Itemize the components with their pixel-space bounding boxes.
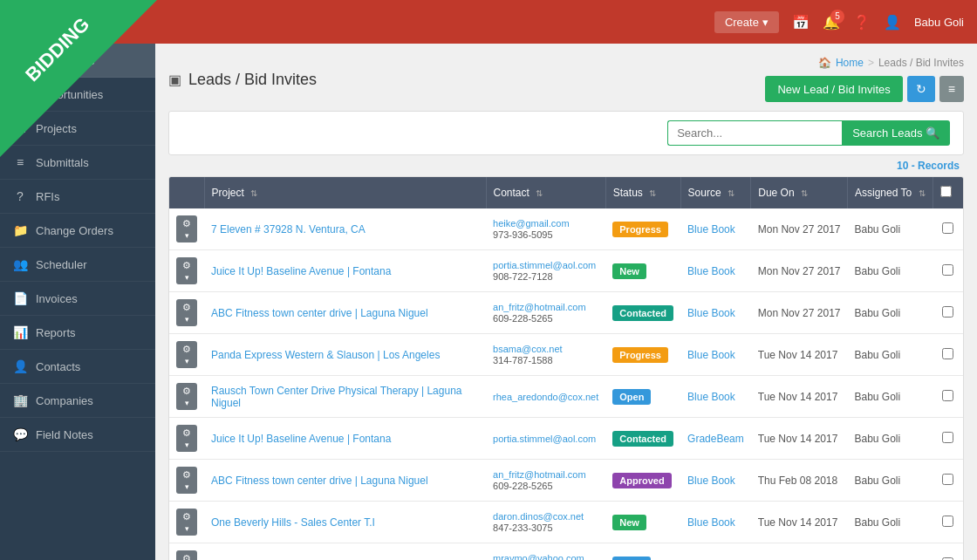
row-due-on-cell: Mon Nov 27 2017 <box>751 250 848 292</box>
contact-email-link[interactable]: mraymo@yahoo.com <box>493 553 598 561</box>
contact-email-link[interactable]: rhea_aredondo@cox.net <box>493 392 598 402</box>
sidebar-item-opportunities[interactable]: ◆ Opportunities <box>0 78 155 112</box>
sidebar-label-scheduler: Scheduler <box>36 258 87 271</box>
source-link[interactable]: Blue Book <box>687 391 735 403</box>
create-chevron-icon: ▾ <box>762 16 769 29</box>
row-project-cell: ABC Fitness town center drive | Laguna N… <box>204 460 486 502</box>
sidebar-item-companies[interactable]: 🏢 Companies <box>0 384 155 418</box>
contact-email-link[interactable]: an_fritz@hotmail.com <box>493 302 598 312</box>
col-contact[interactable]: Contact ⇅ <box>486 177 605 208</box>
row-status-cell: Approved <box>605 460 680 502</box>
sidebar-label-contacts: Contacts <box>36 360 80 373</box>
contact-email-link[interactable]: bsama@cox.net <box>493 344 598 354</box>
row-checkbox[interactable] <box>942 264 953 276</box>
breadcrumb-separator: > <box>868 57 874 69</box>
create-button[interactable]: Create ▾ <box>714 11 779 33</box>
project-link[interactable]: Rausch Town Center Drive Physical Therap… <box>211 385 462 409</box>
col-source[interactable]: Source ⇅ <box>680 177 751 208</box>
refresh-button[interactable]: ↻ <box>907 76 935 102</box>
calendar-icon[interactable]: 📅 <box>792 14 810 31</box>
contact-email-link[interactable]: an_fritz@hotmail.com <box>493 469 598 480</box>
sidebar-item-submittals[interactable]: ≡ Submittals <box>0 146 155 180</box>
table-row: ⚙ ▾ Juice It Up! Baseline Avenue | Fonta… <box>169 418 963 460</box>
row-gear-button[interactable]: ⚙ ▾ <box>176 257 197 284</box>
row-gear-button[interactable]: ⚙ ▾ <box>176 299 197 326</box>
home-icon: 🏠 <box>818 57 831 69</box>
sidebar-item-contacts[interactable]: 👤 Contacts <box>0 350 155 384</box>
row-gear-button[interactable]: ⚙ ▾ <box>176 467 197 494</box>
row-gear-cell: ⚙ ▾ <box>169 376 204 418</box>
sidebar-item-field-notes[interactable]: 💬 Field Notes <box>0 418 155 452</box>
source-link[interactable]: Blue Book <box>687 475 735 487</box>
row-checkbox[interactable] <box>942 474 953 485</box>
menu-button[interactable]: ≡ <box>939 76 964 102</box>
source-link[interactable]: Blue Book <box>687 516 735 529</box>
col-due-on[interactable]: Due On ⇅ <box>751 177 848 208</box>
sidebar-item-projects[interactable]: 🏗 Projects <box>0 112 155 146</box>
row-gear-button[interactable]: ⚙ ▾ <box>176 341 197 368</box>
sidebar-item-invoices[interactable]: 📄 Invoices <box>0 282 155 316</box>
breadcrumb-home[interactable]: Home <box>836 57 864 69</box>
reports-icon: 📊 <box>13 325 27 339</box>
row-checkbox[interactable] <box>942 516 953 527</box>
contact-email-link[interactable]: portia.stimmel@aol.com <box>493 260 598 270</box>
submittals-icon: ≡ <box>13 155 27 169</box>
col-assigned-to[interactable]: Assigned To ⇅ <box>848 177 933 208</box>
row-due-on-cell: Tue Nov 14 2017 <box>751 502 848 543</box>
sidebar-label-rfis: RFIs <box>36 190 59 203</box>
breadcrumb: 🏠 Home > Leads / Bid Invites <box>818 57 964 69</box>
select-all-checkbox[interactable] <box>940 186 952 197</box>
col-project[interactable]: Project ⇅ <box>204 177 486 208</box>
row-project-cell: Circle k north peach (ground up) | fresn… <box>204 543 486 561</box>
source-link[interactable]: Blue Book <box>687 307 735 319</box>
row-checkbox[interactable] <box>942 557 953 561</box>
row-gear-button[interactable]: ⚙ ▾ <box>176 509 197 536</box>
row-checkbox[interactable] <box>942 306 953 318</box>
sidebar-item-change-orders[interactable]: 📁 Change Orders <box>0 214 155 248</box>
col-checkbox[interactable] <box>933 177 963 208</box>
row-gear-cell: ⚙ ▾ <box>169 292 204 334</box>
assigned-to: Babu Goli <box>855 433 901 445</box>
row-checkbox-cell <box>933 418 963 460</box>
project-link[interactable]: 7 Eleven # 37928 N. Ventura, CA <box>211 223 366 236</box>
contact-email-link[interactable]: daron.dinos@cox.net <box>493 511 598 522</box>
col-status[interactable]: Status ⇅ <box>605 177 680 208</box>
row-gear-button[interactable]: ⚙ ▾ <box>176 550 197 560</box>
table-row: ⚙ ▾ ABC Fitness town center drive | Lagu… <box>169 292 963 334</box>
sidebar-item-scheduler[interactable]: 👥 Scheduler <box>0 248 155 282</box>
source-link[interactable]: GradeBeam <box>687 433 744 445</box>
source-link[interactable]: Blue Book <box>687 223 735 236</box>
new-lead-button[interactable]: New Lead / Bid Invites <box>765 76 902 102</box>
row-gear-cell: ⚙ ▾ <box>169 502 204 543</box>
sidebar-item-bid-invites[interactable]: 📋 / Bid Invites <box>0 44 155 78</box>
row-contact-cell: an_fritz@hotmail.com 609-228-5265 <box>486 292 605 334</box>
row-gear-cell: ⚙ ▾ <box>169 460 204 502</box>
sidebar-item-reports[interactable]: 📊 Reports <box>0 316 155 350</box>
project-link[interactable]: Panda Express Western & Slauson | Los An… <box>211 349 440 361</box>
row-checkbox[interactable] <box>942 348 953 359</box>
sidebar-item-rfis[interactable]: ? RFIs <box>0 180 155 214</box>
row-checkbox[interactable] <box>942 432 953 443</box>
row-gear-button[interactable]: ⚙ ▾ <box>176 425 197 452</box>
row-checkbox-cell <box>933 376 963 418</box>
search-input[interactable] <box>667 120 842 146</box>
user-icon: 👤 <box>884 14 901 31</box>
row-checkbox[interactable] <box>942 222 953 234</box>
source-link[interactable]: Blue Book <box>687 349 735 361</box>
project-link[interactable]: Juice It Up! Baseline Avenue | Fontana <box>211 265 391 277</box>
row-checkbox[interactable] <box>942 390 953 401</box>
contact-email-link[interactable]: portia.stimmel@aol.com <box>493 434 598 444</box>
project-link[interactable]: ABC Fitness town center drive | Laguna N… <box>211 475 428 487</box>
row-gear-button[interactable]: ⚙ ▾ <box>176 215 197 242</box>
row-gear-button[interactable]: ⚙ ▾ <box>176 383 197 410</box>
project-link[interactable]: ABC Fitness town center drive | Laguna N… <box>211 307 428 319</box>
due-date: Tue Nov 14 2017 <box>758 433 838 445</box>
contact-email-link[interactable]: heike@gmail.com <box>493 218 598 229</box>
help-icon[interactable]: ❓ <box>853 14 871 31</box>
project-link[interactable]: Juice It Up! Baseline Avenue | Fontana <box>211 433 391 445</box>
hamburger-icon[interactable]: ☰ <box>61 12 75 31</box>
project-link[interactable]: One Beverly Hills - Sales Center T.I <box>211 516 375 529</box>
search-button[interactable]: Search Leads 🔍 <box>842 120 950 146</box>
row-contact-cell: heike@gmail.com 973-936-5095 <box>486 208 605 250</box>
source-link[interactable]: Blue Book <box>687 265 735 277</box>
